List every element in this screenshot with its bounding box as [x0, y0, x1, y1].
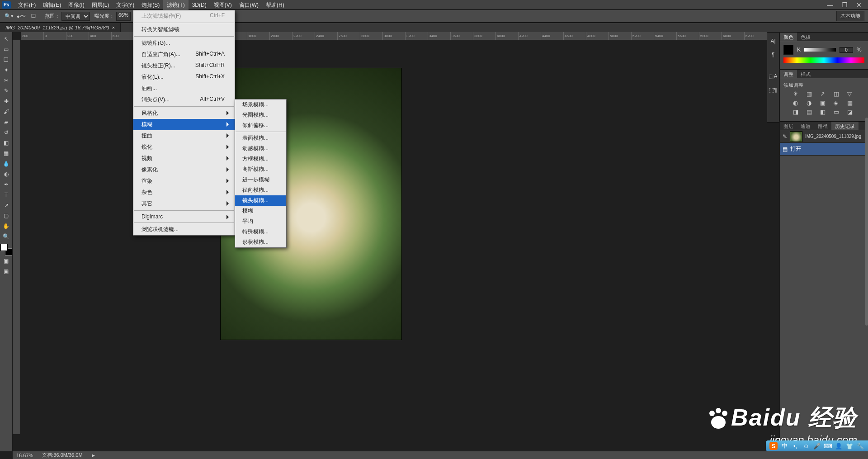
filter-menu-item[interactable]: 滤镜库(G)...	[133, 38, 235, 49]
dodge-tool[interactable]: ◐	[1, 169, 12, 179]
photofilter-icon[interactable]: ▣	[820, 99, 828, 107]
ime-emoji-icon[interactable]: ☺	[802, 442, 810, 450]
ime-tool-icon[interactable]: 🔧	[856, 442, 864, 450]
blur-submenu-item[interactable]: 方框模糊...	[235, 154, 286, 164]
curves-icon[interactable]: ↗	[820, 90, 828, 98]
para-panel-icon[interactable]: ¶	[772, 52, 774, 58]
lasso-tool[interactable]: ❏	[1, 55, 12, 65]
hue-strip[interactable]	[783, 57, 864, 63]
filter-menu-item[interactable]: 油画...	[133, 83, 235, 94]
gradient-tool[interactable]: ▦	[1, 148, 12, 158]
k-slider[interactable]	[804, 48, 836, 52]
filter-menu-item[interactable]: Digimarc	[133, 212, 235, 222]
colorlookup-icon[interactable]: ▦	[847, 99, 855, 107]
exposure-value[interactable]: 66%	[116, 12, 131, 21]
blur-submenu-item[interactable]: 径向模糊...	[235, 185, 286, 195]
char-panel-icon[interactable]: A|	[770, 38, 775, 44]
workspace-switcher[interactable]: 基本功能	[836, 11, 864, 21]
blur-submenu-item[interactable]: 高斯模糊...	[235, 164, 286, 175]
shape-tool[interactable]: ▢	[1, 211, 12, 221]
hand-tool[interactable]: ✋	[1, 221, 12, 231]
ime-person-icon[interactable]: 👤	[835, 442, 843, 450]
ime-logo[interactable]: S	[769, 442, 778, 450]
selcolor-icon[interactable]: ◪	[847, 109, 855, 116]
color-swatch-small[interactable]	[783, 45, 793, 55]
move-tool[interactable]: ↖	[1, 34, 12, 44]
charstyle-panel-icon[interactable]: ⬚A	[769, 73, 777, 80]
blur-submenu-item[interactable]: 镜头模糊...	[235, 195, 286, 206]
range-select[interactable]: 中间调	[61, 12, 90, 21]
history-brush-tool[interactable]: ↺	[1, 128, 12, 137]
brush-icon[interactable]: ●257	[16, 11, 27, 21]
path-select-tool[interactable]: ↗	[1, 200, 12, 210]
ime-mic-icon[interactable]: 🎤	[813, 442, 821, 450]
healing-tool[interactable]: ✚	[1, 96, 12, 106]
zoom-tool[interactable]: 🔍	[1, 232, 12, 241]
exposure-icon[interactable]: ◫	[834, 90, 842, 98]
hue-icon[interactable]: ◐	[793, 99, 801, 107]
levels-icon[interactable]: ▥	[807, 90, 815, 98]
parastyle-panel-icon[interactable]: ⬚¶	[769, 87, 777, 93]
color-swatch[interactable]	[0, 244, 12, 256]
tab-channels[interactable]: 通道	[797, 122, 814, 130]
filter-menu-item[interactable]: 浏览联机滤镜...	[133, 224, 235, 235]
blur-submenu-item[interactable]: 形状模糊...	[235, 237, 286, 247]
foreground-color[interactable]	[0, 244, 8, 251]
threshold-icon[interactable]: ◧	[820, 109, 828, 116]
menu-item-0[interactable]: 文件(F)	[14, 0, 39, 10]
screenmode-tool[interactable]: ▣	[1, 266, 12, 276]
tool-preset-icon[interactable]: 🔍▾	[4, 11, 14, 21]
menu-item-6[interactable]: 滤镜(T)	[163, 0, 188, 10]
ime-toolbar[interactable]: S 中 •, ☺ 🎤 ⌨ 👤 👕 🔧	[766, 440, 868, 451]
menu-item-9[interactable]: 窗口(W)	[236, 0, 262, 10]
chanmix-icon[interactable]: ◈	[834, 99, 842, 107]
blur-submenu-item[interactable]: 倾斜偏移...	[235, 120, 286, 131]
blur-submenu-item[interactable]: 表面模糊...	[235, 133, 286, 143]
gradientmap-icon[interactable]: ▭	[834, 109, 842, 116]
blur-submenu-item[interactable]: 光圈模糊...	[235, 110, 286, 120]
tab-paths[interactable]: 路径	[814, 122, 831, 130]
blur-submenu-item[interactable]: 动感模糊...	[235, 143, 286, 154]
menu-item-10[interactable]: 帮助(H)	[262, 0, 288, 10]
menu-item-4[interactable]: 文字(Y)	[113, 0, 138, 10]
tab-history[interactable]: 历史记录	[831, 122, 859, 130]
pen-tool[interactable]: ✒	[1, 180, 12, 189]
filter-menu-item[interactable]: 渲染	[133, 175, 235, 187]
blur-submenu-item[interactable]: 进一步模糊	[235, 175, 286, 185]
brightness-icon[interactable]: ☀	[793, 90, 801, 98]
quickmask-tool[interactable]: ▣	[1, 256, 12, 266]
filter-menu-item[interactable]: 其它	[133, 198, 235, 209]
bw-icon[interactable]: ◑	[807, 99, 815, 107]
document-tab-close-icon[interactable]: ×	[112, 25, 114, 30]
invert-icon[interactable]: ◨	[793, 109, 801, 116]
blur-submenu-item[interactable]: 特殊模糊...	[235, 227, 286, 237]
stamp-tool[interactable]: ▰	[1, 117, 12, 127]
filter-menu-item[interactable]: 风格化	[133, 108, 235, 119]
tab-layers[interactable]: 图层	[780, 122, 797, 130]
filter-menu-item[interactable]: 镜头校正(R)...Shift+Ctrl+R	[133, 60, 235, 71]
menu-item-3[interactable]: 图层(L)	[88, 0, 113, 10]
filter-menu-item[interactable]: 锐化	[133, 142, 235, 153]
menu-item-1[interactable]: 编辑(E)	[39, 0, 65, 10]
type-tool[interactable]: T	[1, 190, 12, 200]
maximize-button[interactable]: ❐	[837, 1, 852, 9]
menu-item-7[interactable]: 3D(D)	[189, 0, 210, 10]
filter-menu-item[interactable]: 视频	[133, 153, 235, 164]
filter-menu-item[interactable]: 消失点(V)...Alt+Ctrl+V	[133, 94, 235, 105]
ime-keyboard-icon[interactable]: ⌨	[824, 442, 832, 450]
zoom-level[interactable]: 16.67%	[16, 453, 33, 458]
scrollbar-right[interactable]	[865, 118, 868, 326]
filter-menu-item[interactable]: 上次滤镜操作(F)Ctrl+F	[133, 10, 235, 22]
filter-menu-item[interactable]: 扭曲	[133, 130, 235, 142]
airbrush-icon[interactable]: ❏	[28, 11, 39, 21]
filter-menu-item[interactable]: 像素化	[133, 164, 235, 175]
blur-tool[interactable]: 💧	[1, 159, 12, 169]
k-value[interactable]	[840, 47, 853, 53]
menu-item-2[interactable]: 图像(I)	[65, 0, 88, 10]
vibrance-icon[interactable]: ▽	[847, 90, 855, 98]
posterize-icon[interactable]: ▤	[807, 109, 815, 116]
history-brush-source-icon[interactable]: ✎	[783, 133, 787, 140]
document-tab[interactable]: IMG_20240509_111829.jpg @ 16.7%(RGB/8*) …	[0, 23, 121, 32]
history-row-source[interactable]: ✎ IMG_20240509_111829.jpg	[780, 130, 868, 143]
ime-punct-icon[interactable]: •,	[791, 442, 799, 450]
